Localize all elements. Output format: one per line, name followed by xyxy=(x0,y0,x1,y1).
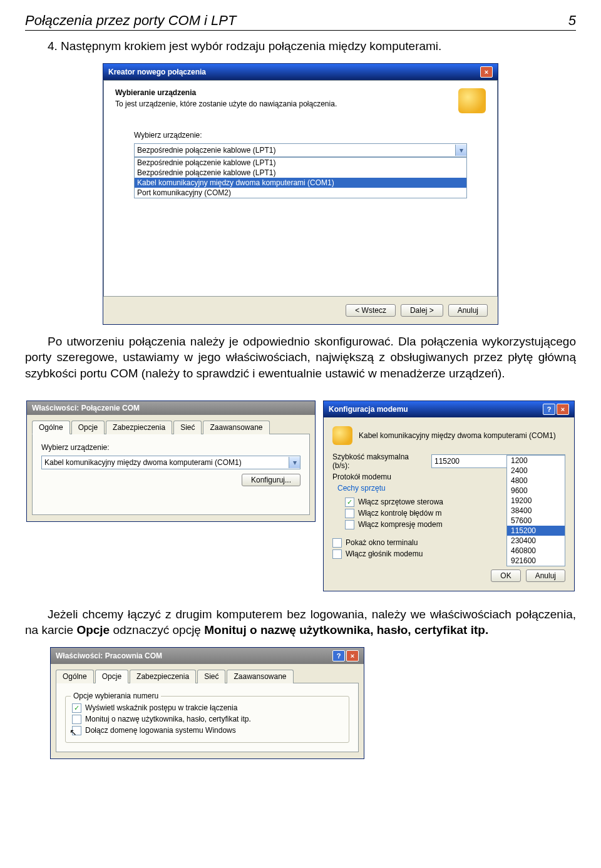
properties-tabs: Ogólne Opcje Zabezpieczenia Sieć Zaawans… xyxy=(27,415,315,434)
tab-advanced[interactable]: Zaawansowane xyxy=(227,670,293,683)
list-item[interactable]: 460800 xyxy=(507,546,565,556)
group-legend: Opcje wybierania numeru xyxy=(71,692,161,700)
next-button[interactable]: Dalej > xyxy=(401,304,443,317)
list-item[interactable]: Port komunikacyjny (COM2) xyxy=(135,188,466,198)
tab-options[interactable]: Opcje xyxy=(71,421,105,434)
chevron-down-icon[interactable]: ▾ xyxy=(455,145,466,156)
checkbox-icon[interactable] xyxy=(332,549,342,559)
speed-dropdown-list[interactable]: 1200 2400 4800 9600 19200 38400 57600 11… xyxy=(506,455,565,566)
paragraph-2: Po utworzeniu połączenia należy je odpow… xyxy=(25,334,576,382)
tab-advanced[interactable]: Zaawansowane xyxy=(203,421,269,434)
properties2-tabs: Ogólne Opcje Zabezpieczenia Sieć Zaawans… xyxy=(51,664,364,683)
chk-error-control: Włącz kontrolę błędów m xyxy=(358,509,441,518)
ok-button[interactable]: OK xyxy=(491,569,520,582)
tab-security[interactable]: Zabezpieczenia xyxy=(130,670,196,683)
properties2-titlebar: Właściwości: Pracownia COM ? × xyxy=(51,648,364,664)
page-number: 5 xyxy=(568,13,576,29)
speed-label: Szybkość maksymalna (b/s): xyxy=(332,452,426,470)
tab-network[interactable]: Sieć xyxy=(197,670,225,683)
list-item[interactable]: 4800 xyxy=(507,476,565,486)
device-select[interactable]: Bezpośrednie połączenie kablowe (LPT1) ▾ xyxy=(134,143,467,157)
back-button[interactable]: < Wstecz xyxy=(346,304,396,317)
paragraph-3-text: Jeżeli chcemy łączyć z drugim komputerem… xyxy=(25,608,576,637)
list-item[interactable]: 38400 xyxy=(507,506,565,516)
list-item[interactable]: 230400 xyxy=(507,536,565,546)
speed-value: 115200 xyxy=(434,457,460,466)
tab-general[interactable]: Ogólne xyxy=(32,421,70,434)
wizard-title: Kreator nowego połączenia xyxy=(108,68,206,76)
properties2-dialog: Właściwości: Pracownia COM ? × Ogólne Op… xyxy=(50,647,364,759)
close-icon[interactable]: × xyxy=(480,66,493,78)
tab-general[interactable]: Ogólne xyxy=(56,670,94,683)
modem-config-dialog: Konfiguracja modemu ? × Kabel komunikacy… xyxy=(323,401,575,591)
protocol-label: Protokół modemu xyxy=(332,472,426,481)
chk-compression: Włącz kompresję modem xyxy=(358,520,443,529)
checkbox-icon[interactable] xyxy=(345,509,354,518)
properties-titlebar: Właściwości: Połączenie COM xyxy=(27,401,315,415)
tab-security[interactable]: Zabezpieczenia xyxy=(106,421,172,434)
help-icon[interactable]: ? xyxy=(543,404,555,415)
chk-domain: Dołącz domenę logowania systemu Windows xyxy=(85,726,236,735)
help-icon[interactable]: ? xyxy=(332,650,345,661)
cursor-icon: ↖ xyxy=(69,727,77,737)
phone-icon xyxy=(458,88,486,113)
dial-options-group: Opcje wybierania numeru ✓Wyświetl wskaźn… xyxy=(65,696,349,743)
close-icon[interactable]: × xyxy=(346,650,359,661)
wizard-heading: Wybieranie urządzenia xyxy=(115,88,196,97)
device-label: Wybierz urządzenie: xyxy=(41,443,300,452)
chevron-down-icon[interactable]: ▾ xyxy=(289,457,300,468)
checkbox-icon[interactable]: ✓ xyxy=(72,703,81,713)
chk-progress: Wyświetl wskaźnik postępu w trakcie łącz… xyxy=(85,703,237,712)
list-item[interactable]: Bezpośrednie połączenie kablowe (LPT1) xyxy=(135,158,466,168)
device-select-label: Wybierz urządzenie: xyxy=(134,131,467,140)
list-item[interactable]: 9600 xyxy=(507,486,565,496)
tab-options[interactable]: Opcje xyxy=(95,670,128,683)
list-item[interactable]: 2400 xyxy=(507,466,565,476)
checkbox-icon[interactable] xyxy=(345,520,354,529)
list-item[interactable]: 1200 xyxy=(507,456,565,466)
paragraph-1: 4. Następnym krokiem jest wybór rodzaju … xyxy=(25,38,576,54)
list-item[interactable]: Bezpośrednie połączenie kablowe (LPT1) xyxy=(135,168,466,178)
modem-titlebar: Konfiguracja modemu ? × xyxy=(324,401,574,417)
chk-prompt-creds: Monituj o nazwę użytkownika, hasło, cert… xyxy=(85,715,251,723)
list-item[interactable]: 115200 xyxy=(507,526,565,536)
tab-network[interactable]: Sieć xyxy=(173,421,202,434)
chk-hw-flow: Włącz sprzętowe sterowa xyxy=(358,498,443,506)
modem-device-line: Kabel komunikacyjny między dwoma kompute… xyxy=(359,431,556,440)
wizard-buttons: < Wstecz Dalej > Anuluj xyxy=(103,297,498,324)
close-icon[interactable]: × xyxy=(557,404,569,415)
wizard-titlebar: Kreator nowego połączenia × xyxy=(103,64,498,80)
list-item[interactable]: 921600 xyxy=(507,556,565,566)
chk-speaker: Włącz głośnik modemu xyxy=(346,549,423,558)
checkbox-icon[interactable] xyxy=(332,538,342,548)
cancel-button[interactable]: Anuluj xyxy=(526,569,565,582)
page-title: Połączenia przez porty COM i LPT xyxy=(25,13,236,29)
device-select-value: Bezpośrednie połączenie kablowe (LPT1) xyxy=(137,146,275,155)
cancel-button[interactable]: Anuluj xyxy=(448,304,488,317)
list-item[interactable]: Kabel komunikacyjny między dwoma kompute… xyxy=(135,178,466,188)
chk-terminal: Pokaż okno terminalu xyxy=(346,538,418,547)
list-item[interactable]: 19200 xyxy=(507,496,565,506)
checkbox-icon[interactable]: ✓ xyxy=(345,498,354,507)
device-combo-value: Kabel komunikacyjny między dwoma kompute… xyxy=(44,458,242,467)
list-item[interactable]: 57600 xyxy=(507,516,565,526)
properties-dialog: Właściwości: Połączenie COM Ogólne Opcje… xyxy=(26,401,316,522)
properties-title: Właściwości: Połączenie COM xyxy=(32,404,140,412)
paragraph-3: Jeżeli chcemy łączyć z drugim komputerem… xyxy=(25,606,576,638)
device-listbox[interactable]: Bezpośrednie połączenie kablowe (LPT1) B… xyxy=(134,157,467,198)
checkbox-icon[interactable] xyxy=(72,715,81,724)
wizard-dialog: Kreator nowego połączenia × Wybieranie u… xyxy=(103,63,498,325)
configure-button[interactable]: Konfiguruj... xyxy=(242,474,300,486)
device-combo[interactable]: Kabel komunikacyjny między dwoma kompute… xyxy=(41,456,300,469)
properties2-title: Właściwości: Pracownia COM xyxy=(56,651,162,660)
wizard-subheading: To jest urządzenie, które zostanie użyte… xyxy=(115,100,337,108)
modem-icon xyxy=(332,426,352,445)
modem-title: Konfiguracja modemu xyxy=(329,405,408,414)
